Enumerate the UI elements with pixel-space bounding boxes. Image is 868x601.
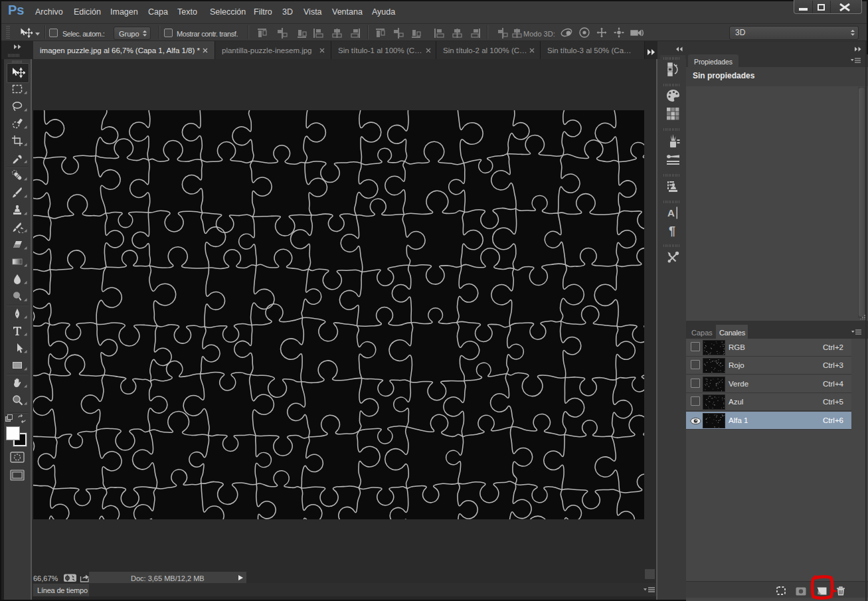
svg-text:A: A	[667, 207, 675, 218]
svg-text:¶: ¶	[669, 224, 675, 238]
